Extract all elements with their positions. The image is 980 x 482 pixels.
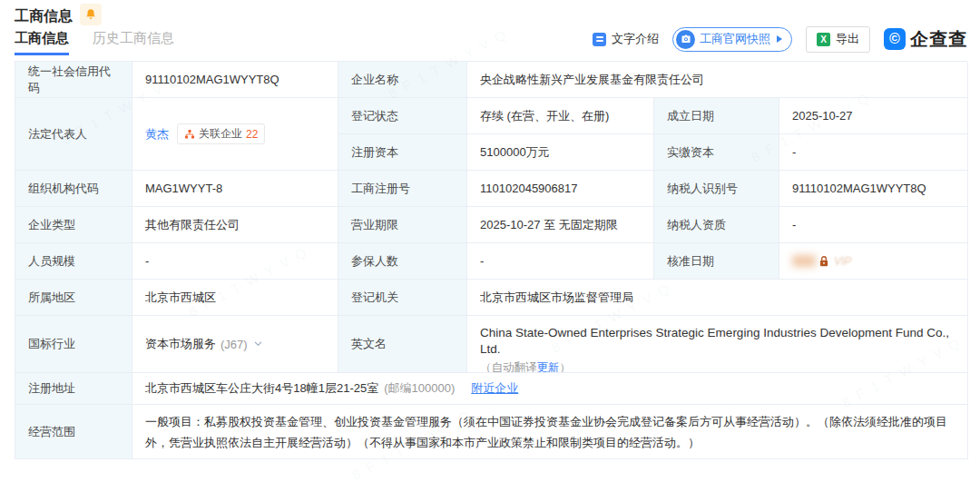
- address-cell: 北京市西城区车公庄大街4号18幢1层21-25室 (邮编100000) 附近企业: [132, 373, 968, 405]
- field-label: 成立日期: [654, 98, 779, 134]
- export-button[interactable]: X 导出: [806, 26, 870, 53]
- field-label: 登记状态: [338, 98, 467, 134]
- region-value: 北京市西城区: [132, 280, 338, 316]
- official-snapshot-button[interactable]: 工商官网快照: [672, 27, 792, 52]
- field-label: 企业名称: [338, 62, 467, 98]
- qichacha-logo-icon: ©: [884, 28, 906, 50]
- text-lines-icon: [593, 33, 606, 46]
- export-label: 导出: [836, 31, 859, 47]
- field-label: 统一社会信用代码: [15, 62, 132, 98]
- business-term-value: 2025-10-27 至 无固定期限: [467, 207, 654, 243]
- field-label: 人员规模: [15, 243, 132, 280]
- field-label: 登记机关: [338, 280, 467, 316]
- related-companies-badge[interactable]: 关联企业 22: [177, 123, 265, 144]
- field-label: 经营范围: [15, 405, 132, 459]
- industry-code: (J67): [220, 338, 248, 351]
- english-name-value: China State-Owned Enterprises Strategic …: [480, 325, 955, 358]
- field-label: 纳税人资质: [654, 207, 779, 243]
- qichacha-logo: © 企查查: [884, 27, 967, 52]
- tab-history-business-info[interactable]: 历史工商信息: [93, 30, 174, 55]
- chevron-down-icon[interactable]: [253, 339, 263, 350]
- reg-capital-value: 5100000万元: [467, 134, 654, 171]
- reg-number-value: 110102045906817: [467, 171, 654, 207]
- postal-code: (邮编100000): [384, 380, 455, 397]
- bell-icon: [84, 8, 97, 21]
- field-label: 核准日期: [654, 243, 779, 280]
- taxpayer-id-value: 91110102MAG1WYYT8Q: [779, 171, 968, 207]
- address-value: 北京市西城区车公庄大街4号18幢1层21-25室: [145, 380, 378, 397]
- field-label: 营业期限: [338, 207, 467, 243]
- field-label: 组织机构代码: [15, 171, 132, 207]
- qichacha-logo-text: 企查查: [910, 27, 967, 52]
- play-arrow-icon: [777, 35, 782, 43]
- field-label: 法定代表人: [15, 98, 132, 171]
- field-label: 国标行业: [15, 316, 132, 373]
- business-scope-value: 一般项目：私募股权投资基金管理、创业投资基金管理服务（须在中国证券投资基金业协会…: [132, 405, 968, 459]
- text-intro-label: 文字介绍: [612, 31, 659, 47]
- field-label: 所属地区: [15, 280, 132, 316]
- company-name-value: 央企战略性新兴产业发展基金有限责任公司: [467, 62, 968, 98]
- taxpayer-quality-value: -: [779, 207, 968, 243]
- camera-icon: [676, 30, 695, 49]
- field-label: 企业类型: [15, 207, 132, 243]
- insured-count-value: -: [467, 243, 654, 280]
- vip-locked-content: VIP: [792, 255, 851, 268]
- field-label: 注册地址: [15, 373, 132, 405]
- tab-bar: 工商信息 历史工商信息: [15, 30, 174, 55]
- business-info-table: 统一社会信用代码 91110102MAG1WYYT8Q 企业名称 央企战略性新兴…: [15, 61, 967, 459]
- notification-bell-button[interactable]: [80, 4, 102, 25]
- paid-capital-value: -: [779, 134, 968, 171]
- credit-code-value: 91110102MAG1WYYT8Q: [132, 62, 338, 98]
- company-type-value: 其他有限责任公司: [132, 207, 338, 243]
- english-name-cell: China State-Owned Enterprises Strategic …: [467, 316, 968, 373]
- field-label: 参保人数: [338, 243, 467, 280]
- note-prefix: （自动翻译: [480, 361, 537, 373]
- note-suffix: ）: [560, 361, 572, 373]
- established-date-value: 2025-10-27: [779, 98, 968, 134]
- vip-label: VIP: [834, 255, 851, 268]
- legal-rep-link[interactable]: 黄杰: [145, 126, 169, 143]
- business-info-panel: 8F1TWYVQ 8F1TWYVQ 8F1TWYVQ 8F1TWYVQ 8F1T…: [0, 0, 980, 482]
- field-label: 英文名: [338, 316, 467, 373]
- badge-label: 关联企业: [199, 126, 242, 142]
- approved-date-locked-value[interactable]: VIP: [779, 243, 968, 280]
- org-chart-icon: [184, 129, 195, 140]
- nearby-companies-link[interactable]: 附近企业: [471, 380, 518, 397]
- staff-size-value: -: [132, 243, 338, 280]
- toolbar: 文字介绍 工商官网快照 X 导出 © 企查查: [593, 25, 967, 53]
- reg-authority-value: 北京市西城区市场监督管理局: [467, 280, 968, 316]
- excel-icon: X: [817, 33, 830, 46]
- industry-name: 资本市场服务: [145, 336, 216, 352]
- section-title: 工商信息: [15, 7, 73, 26]
- field-label: 纳税人识别号: [654, 171, 779, 207]
- text-intro-button[interactable]: 文字介绍: [593, 31, 659, 47]
- translate-update-link[interactable]: 更新: [537, 361, 560, 373]
- tab-business-info[interactable]: 工商信息: [15, 30, 69, 55]
- badge-count: 22: [246, 128, 258, 141]
- reg-status-value: 存续 (在营、开业、在册): [467, 98, 654, 134]
- industry-value[interactable]: 资本市场服务 (J67): [132, 316, 338, 373]
- auto-translate-note: （自动翻译更新）: [480, 360, 955, 373]
- snapshot-label: 工商官网快照: [700, 31, 770, 47]
- blurred-value: [792, 255, 816, 267]
- field-label: 实缴资本: [654, 134, 779, 171]
- field-label: 工商注册号: [338, 171, 467, 207]
- legal-rep-cell: 黄杰 关联企业 22: [132, 98, 338, 171]
- org-code-value: MAG1WYYT-8: [132, 171, 338, 207]
- lock-icon: [818, 255, 830, 268]
- field-label: 注册资本: [338, 134, 467, 171]
